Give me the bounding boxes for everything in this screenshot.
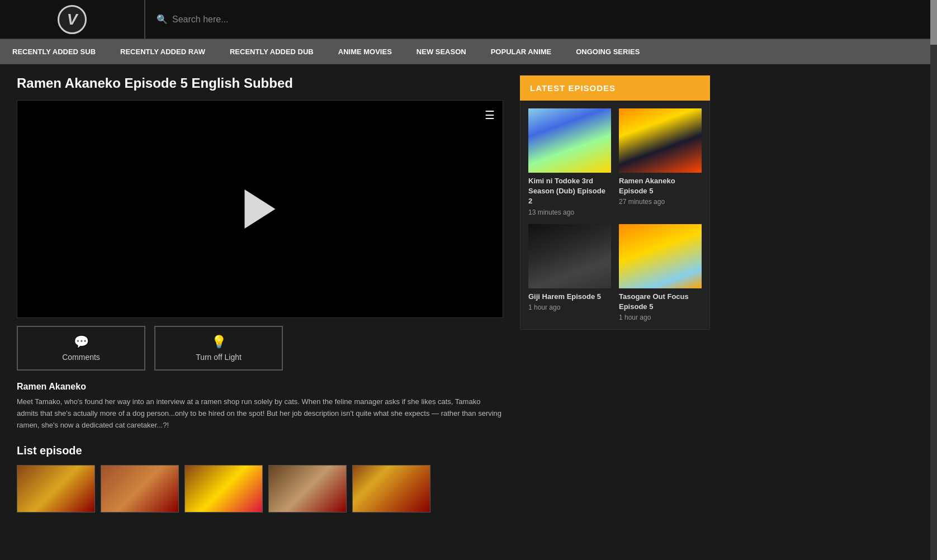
latest-episodes-header: LATEST EPISODES bbox=[520, 75, 710, 101]
content-wrapper: Ramen Akaneko Episode 5 English Subbed ☰… bbox=[0, 64, 937, 524]
episode-thumbnail bbox=[619, 224, 702, 288]
list-item[interactable] bbox=[101, 465, 179, 512]
nav-recently-added-raw[interactable]: RECENTLY ADDED RAW bbox=[108, 39, 217, 64]
list-item[interactable]: Kimi ni Todoke 3rd Season (Dub) Episode … bbox=[528, 108, 611, 216]
episode-thumbnail bbox=[528, 224, 611, 288]
list-item[interactable] bbox=[268, 465, 347, 512]
episode-title: Kimi ni Todoke 3rd Season (Dub) Episode … bbox=[528, 176, 611, 207]
page-title: Ramen Akaneko Episode 5 English Subbed bbox=[17, 75, 503, 91]
main-content: Ramen Akaneko Episode 5 English Subbed ☰… bbox=[17, 75, 503, 512]
episode-title: Giji Harem Episode 5 bbox=[528, 292, 611, 302]
header: V 🔍 bbox=[0, 0, 937, 39]
video-player[interactable]: ☰ bbox=[17, 100, 503, 318]
list-item[interactable] bbox=[184, 465, 263, 512]
episode-time: 1 hour ago bbox=[528, 303, 611, 311]
light-label: Turn off Light bbox=[196, 353, 242, 362]
episode-thumbnail bbox=[619, 108, 702, 173]
nav-new-season[interactable]: NEW SEASON bbox=[404, 39, 479, 64]
logo[interactable]: V bbox=[58, 5, 87, 34]
episode-grid bbox=[17, 465, 503, 512]
navigation: RECENTLY ADDED SUB RECENTLY ADDED RAW RE… bbox=[0, 39, 937, 64]
nav-recently-added-sub[interactable]: RECENTLY ADDED SUB bbox=[0, 39, 108, 64]
playlist-icon[interactable]: ☰ bbox=[485, 108, 495, 122]
episode-time: 13 minutes ago bbox=[528, 208, 611, 216]
search-icon: 🔍 bbox=[157, 14, 168, 25]
list-episode-title: List episode bbox=[17, 444, 503, 457]
list-item[interactable]: Ramen Akaneko Episode 5 27 minutes ago bbox=[619, 108, 702, 216]
list-item[interactable]: Giji Harem Episode 5 1 hour ago bbox=[528, 224, 611, 321]
scrollbar-thumb[interactable] bbox=[930, 0, 937, 45]
episode-time: 1 hour ago bbox=[619, 314, 702, 321]
logo-text: V bbox=[67, 11, 78, 29]
nav-recently-added-dub[interactable]: RECENTLY ADDED DUB bbox=[217, 39, 326, 64]
player-buttons: 💬 Comments 💡 Turn off Light bbox=[17, 326, 503, 371]
turn-off-light-button[interactable]: 💡 Turn off Light bbox=[154, 326, 283, 371]
comments-button[interactable]: 💬 Comments bbox=[17, 326, 145, 371]
search-input[interactable] bbox=[172, 15, 396, 25]
sidebar: LATEST EPISODES Kimi ni Todoke 3rd Seaso… bbox=[520, 75, 710, 512]
list-item[interactable]: Tasogare Out Focus Episode 5 1 hour ago bbox=[619, 224, 702, 321]
comments-label: Comments bbox=[62, 353, 100, 362]
show-description: Meet Tamako, who's found her way into an… bbox=[17, 396, 503, 431]
scrollbar[interactable] bbox=[930, 0, 937, 560]
nav-anime-movies[interactable]: ANIME MOVIES bbox=[326, 39, 404, 64]
show-title: Ramen Akaneko bbox=[17, 382, 503, 392]
search-area: 🔍 bbox=[145, 14, 937, 25]
episode-title: Tasogare Out Focus Episode 5 bbox=[619, 292, 702, 312]
show-info: Ramen Akaneko Meet Tamako, who's found h… bbox=[17, 382, 503, 431]
nav-ongoing-series[interactable]: ONGOING SERIES bbox=[564, 39, 652, 64]
nav-popular-anime[interactable]: POPULAR ANIME bbox=[479, 39, 564, 64]
episode-time: 27 minutes ago bbox=[619, 198, 702, 206]
list-item[interactable] bbox=[17, 465, 95, 512]
episode-title: Ramen Akaneko Episode 5 bbox=[619, 176, 702, 196]
comments-icon: 💬 bbox=[74, 335, 89, 349]
logo-area: V bbox=[0, 0, 145, 39]
sidebar-container: Kimi ni Todoke 3rd Season (Dub) Episode … bbox=[520, 101, 710, 330]
episode-thumbnail bbox=[528, 108, 611, 173]
play-button[interactable] bbox=[245, 189, 276, 229]
list-item[interactable] bbox=[352, 465, 430, 512]
episode-cards: Kimi ni Todoke 3rd Season (Dub) Episode … bbox=[528, 108, 702, 321]
light-icon: 💡 bbox=[211, 335, 226, 349]
